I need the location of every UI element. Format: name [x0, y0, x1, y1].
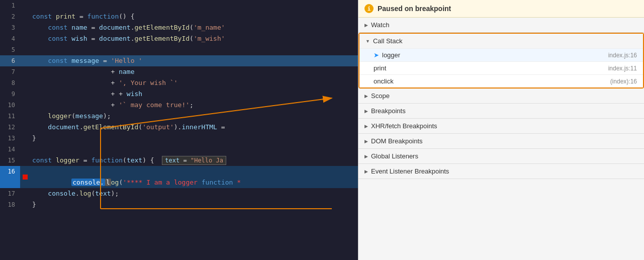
gutter-14 — [20, 144, 30, 155]
callstack-fn-onclick: onclick — [374, 77, 607, 85]
scope-label: Scope — [371, 92, 390, 100]
sections-container[interactable]: ▶ Watch ▼ Call Stack ➤ logger index.js:1… — [358, 18, 644, 260]
code-line-18: 18 } — [0, 199, 358, 210]
xhr-header[interactable]: ▶ XHR/fetch Breakpoints — [358, 119, 644, 133]
code-line-14: 14 — [0, 144, 358, 155]
line-content-3: const name = document.getElementById('m_… — [30, 22, 358, 33]
line-num-8: 8 — [0, 77, 20, 89]
event-header[interactable]: ▶ Event Listener Breakpoints — [358, 164, 644, 179]
callstack-fn-print: print — [374, 64, 605, 72]
line-content-8: + ', Your wish `' — [30, 77, 358, 89]
info-icon: i — [364, 4, 374, 13]
scope-triangle-icon: ▶ — [364, 94, 368, 99]
line-num-9: 9 — [0, 89, 20, 100]
line-content-7: + name — [30, 66, 358, 77]
line-num-6: 6 — [0, 55, 20, 66]
gutter-10 — [20, 100, 30, 111]
callstack-loc-logger: index.js:16 — [608, 52, 637, 59]
callstack-triangle-icon: ▼ — [365, 39, 370, 44]
active-frame-icon: ➤ — [374, 51, 379, 59]
line-content-12: document.getElementById('output').innerH… — [30, 122, 358, 133]
line-num-3: 3 — [0, 22, 20, 33]
line-num-14: 14 — [0, 144, 20, 155]
dom-header[interactable]: ▶ DOM Breakpoints — [358, 134, 644, 148]
code-line-4: 4 const wish = document.getElementById('… — [0, 33, 358, 44]
line-content-6: const message = 'Hello ' — [30, 55, 358, 66]
code-line-3: 3 const name = document.getElementById('… — [0, 22, 358, 33]
code-line-8: 8 + ', Your wish `' — [0, 77, 358, 89]
line-content-15: const logger = function(text) { text = "… — [30, 155, 358, 166]
line-content-9: + + wish — [30, 89, 358, 100]
xhr-section: ▶ XHR/fetch Breakpoints — [358, 119, 644, 134]
watch-section-header[interactable]: ▶ Watch — [358, 18, 644, 32]
code-line-15: 15 const logger = function(text) { text … — [0, 155, 358, 166]
gutter-3 — [20, 22, 30, 33]
global-triangle-icon: ▶ — [364, 154, 368, 159]
breakpoints-section: ▶ Breakpoints — [358, 104, 644, 119]
callstack-header[interactable]: ▼ Call Stack — [359, 34, 643, 48]
code-line-6: 6 const message = 'Hello ' — [0, 55, 358, 66]
code-line-16: 16 console.log('**** I am a logger funct… — [0, 166, 358, 188]
gutter-8 — [20, 77, 30, 89]
gutter-12 — [20, 122, 30, 133]
code-line-10: 10 + '` may come true!'; — [0, 100, 358, 111]
gutter-7 — [20, 66, 30, 77]
debug-header: i Paused on breakpoint — [358, 0, 644, 18]
code-line-7: 7 + name — [0, 66, 358, 77]
line-num-15: 15 — [0, 155, 20, 166]
line-content-18: } — [30, 199, 358, 210]
breakpoints-header[interactable]: ▶ Breakpoints — [358, 104, 644, 118]
event-triangle-icon: ▶ — [364, 169, 368, 174]
code-line-12: 12 document.getElementById('output').inn… — [0, 122, 358, 133]
xhr-triangle-icon: ▶ — [364, 124, 368, 129]
line-num-13: 13 — [0, 133, 20, 144]
callstack-loc-onclick: (index):16 — [610, 78, 637, 85]
line-num-11: 11 — [0, 111, 20, 122]
gutter-18 — [20, 199, 30, 210]
callstack-loc-print: index.js:11 — [608, 65, 637, 72]
line-content-5 — [30, 44, 358, 55]
dom-label: DOM Breakpoints — [371, 137, 423, 145]
line-content-14 — [30, 144, 358, 155]
line-num-1: 1 — [0, 0, 20, 11]
breakpoints-label: Breakpoints — [371, 107, 406, 115]
line-num-5: 5 — [0, 44, 20, 55]
callstack-item-print[interactable]: print index.js:11 — [359, 61, 643, 74]
scope-section: ▶ Scope — [358, 89, 644, 104]
global-header[interactable]: ▶ Global Listeners — [358, 149, 644, 163]
event-label: Event Listener Breakpoints — [371, 167, 449, 175]
line-num-12: 12 — [0, 122, 20, 133]
callstack-item-logger[interactable]: ➤ logger index.js:16 — [359, 48, 643, 61]
callstack-label: Call Stack — [373, 37, 403, 45]
gutter-11 — [20, 111, 30, 122]
dom-section: ▶ DOM Breakpoints — [358, 134, 644, 149]
watch-triangle-icon: ▶ — [364, 23, 368, 28]
code-line-13: 13 } — [0, 133, 358, 144]
code-line-5: 5 — [0, 44, 358, 55]
code-line-11: 11 logger(message); — [0, 111, 358, 122]
gutter-6 — [20, 55, 30, 66]
gutter-16 — [20, 166, 30, 188]
line-content-17: console.log(text); — [30, 188, 358, 199]
gutter-9 — [20, 89, 30, 100]
global-label: Global Listeners — [371, 152, 418, 160]
callstack-item-onclick[interactable]: onclick (index):16 — [359, 74, 643, 88]
gutter-5 — [20, 44, 30, 55]
dom-triangle-icon: ▶ — [364, 139, 368, 144]
line-content-4: const wish = document.getElementById('m_… — [30, 33, 358, 44]
debugger-panel: i Paused on breakpoint ▶ Watch ▼ Call St… — [358, 0, 644, 260]
line-num-17: 17 — [0, 188, 20, 199]
line-num-18: 18 — [0, 199, 20, 210]
gutter-1 — [20, 0, 30, 11]
event-section: ▶ Event Listener Breakpoints — [358, 164, 644, 179]
code-area[interactable]: 1 2 const print = function() { 3 const n… — [0, 0, 358, 260]
debug-header-text: Paused on breakpoint — [378, 5, 451, 13]
callstack-fn-logger: logger — [382, 51, 605, 59]
line-content-10: + '` may come true!'; — [30, 100, 358, 111]
editor-panel: 1 2 const print = function() { 3 const n… — [0, 0, 358, 260]
gutter-15 — [20, 155, 30, 166]
xhr-label: XHR/fetch Breakpoints — [371, 122, 437, 130]
gutter-2 — [20, 11, 30, 22]
line-content-16: console.log('**** I am a logger function… — [30, 166, 358, 188]
scope-header[interactable]: ▶ Scope — [358, 89, 644, 103]
